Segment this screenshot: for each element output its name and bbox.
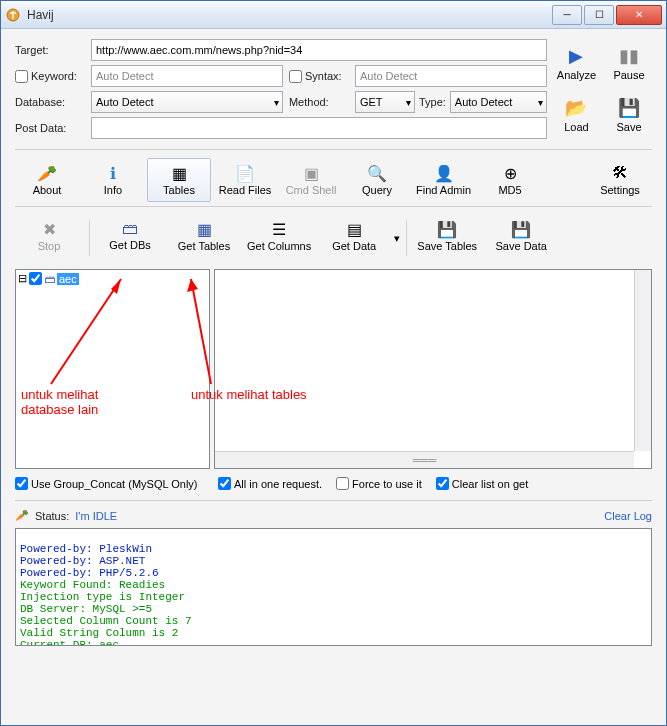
info-icon: ℹ bbox=[110, 164, 116, 182]
method-combo[interactable] bbox=[355, 91, 415, 113]
clearlist-checkbox[interactable]: Clear list on get bbox=[436, 477, 528, 490]
savetables-button[interactable]: 💾Save Tables bbox=[413, 217, 481, 259]
target-label: Target: bbox=[15, 44, 85, 56]
window-controls: ─ ☐ ✕ bbox=[552, 5, 662, 25]
columns-icon: ☰ bbox=[272, 220, 286, 239]
tab-about[interactable]: 🥕About bbox=[15, 158, 79, 202]
postdata-input[interactable] bbox=[91, 117, 547, 139]
pause-button[interactable]: ▮▮ Pause bbox=[606, 43, 652, 83]
query-icon: 🔍 bbox=[367, 164, 387, 182]
postdata-label: Post Data: bbox=[15, 122, 85, 134]
maximize-button[interactable]: ☐ bbox=[584, 5, 614, 25]
panels: ⊟ 🗃 aec ═══ bbox=[15, 269, 652, 469]
tree-checkbox[interactable] bbox=[29, 272, 42, 285]
close-button[interactable]: ✕ bbox=[616, 5, 662, 25]
keyword-input[interactable] bbox=[91, 65, 283, 87]
data-icon: ▤ bbox=[347, 220, 362, 239]
app-icon bbox=[5, 7, 21, 23]
tab-query[interactable]: 🔍Query bbox=[345, 158, 409, 202]
stop-icon: ✖ bbox=[43, 220, 56, 239]
content-area: Target: ▶ Analyze ▮▮ Pause Keyword: Synt… bbox=[1, 29, 666, 725]
db-tree[interactable]: ⊟ 🗃 aec bbox=[15, 269, 210, 469]
gettables-button[interactable]: ▦Get Tables bbox=[170, 217, 238, 259]
getdata-button[interactable]: ▤Get Data bbox=[320, 217, 388, 259]
target-input[interactable] bbox=[91, 39, 547, 61]
save-button[interactable]: 💾 Save bbox=[606, 95, 652, 135]
syntax-checkbox[interactable]: Syntax: bbox=[289, 70, 349, 83]
log-line: Powered-by: PleskWin bbox=[20, 543, 152, 555]
minimize-button[interactable]: ─ bbox=[552, 5, 582, 25]
savedata-button[interactable]: 💾Save Data bbox=[487, 217, 555, 259]
log-line: Selected Column Count is 7 bbox=[20, 615, 192, 627]
tab-cmdshell[interactable]: ▣Cmd Shell bbox=[279, 158, 343, 202]
main-toolbar: 🥕About ℹInfo ▦Tables 📄Read Files ▣Cmd Sh… bbox=[15, 156, 652, 207]
database-combo[interactable] bbox=[91, 91, 283, 113]
file-icon: 📄 bbox=[235, 164, 255, 182]
db-icon: 🗃 bbox=[122, 220, 138, 238]
method-label: Method: bbox=[289, 96, 349, 108]
database-label: Database: bbox=[15, 96, 85, 108]
table-action-bar: ✖Stop 🗃Get DBs ▦Get Tables ☰Get Columns … bbox=[15, 211, 652, 265]
dropdown-arrow-icon[interactable]: ▾ bbox=[394, 232, 400, 245]
log-line: Valid String Column is 2 bbox=[20, 627, 178, 639]
result-panel[interactable]: ═══ bbox=[214, 269, 652, 469]
carrot-icon: 🥕 bbox=[37, 164, 57, 182]
md5-icon: ⊕ bbox=[504, 164, 517, 182]
tab-info[interactable]: ℹInfo bbox=[81, 158, 145, 202]
tab-settings[interactable]: 🛠Settings bbox=[588, 158, 652, 202]
force-checkbox[interactable]: Force to use it bbox=[336, 477, 422, 490]
log-line: Injection type is Integer bbox=[20, 591, 185, 603]
log-line: Powered-by: ASP.NET bbox=[20, 555, 145, 567]
tables-icon: ▦ bbox=[172, 164, 187, 182]
groupconcat-checkbox[interactable]: Use Group_Concat (MySQL Only) bbox=[15, 477, 210, 490]
tab-md5[interactable]: ⊕MD5 bbox=[478, 158, 542, 202]
play-icon: ▶ bbox=[569, 45, 583, 67]
log-line: DB Server: MySQL >=5 bbox=[20, 603, 152, 615]
tab-tables[interactable]: ▦Tables bbox=[147, 158, 211, 202]
terminal-icon: ▣ bbox=[304, 164, 319, 182]
tab-readfiles[interactable]: 📄Read Files bbox=[213, 158, 277, 202]
app-window: Havij ─ ☐ ✕ Target: ▶ Analyze ▮▮ Pause K… bbox=[0, 0, 667, 726]
carrot-icon: 🥕 bbox=[15, 509, 29, 522]
getdbs-button[interactable]: 🗃Get DBs bbox=[96, 217, 164, 259]
target-panel: Target: ▶ Analyze ▮▮ Pause Keyword: Synt… bbox=[15, 39, 652, 143]
log-panel[interactable]: Powered-by: PleskWin Powered-by: ASP.NET… bbox=[15, 528, 652, 646]
options-row: Use Group_Concat (MySQL Only) All in one… bbox=[15, 473, 652, 494]
tree-row[interactable]: ⊟ 🗃 aec bbox=[18, 272, 207, 285]
db-icon: 🗃 bbox=[44, 273, 55, 285]
save-icon: 💾 bbox=[511, 220, 531, 239]
analyze-button[interactable]: ▶ Analyze bbox=[553, 43, 600, 83]
folder-icon: 📂 bbox=[565, 97, 587, 119]
status-row: 🥕 Status: I'm IDLE Clear Log bbox=[15, 507, 652, 524]
tree-expander-icon[interactable]: ⊟ bbox=[18, 272, 27, 285]
tree-db-name[interactable]: aec bbox=[57, 273, 79, 285]
log-line: Current DB: aec bbox=[20, 639, 119, 646]
separator bbox=[15, 149, 652, 150]
settings-icon: 🛠 bbox=[612, 164, 628, 182]
titlebar[interactable]: Havij ─ ☐ ✕ bbox=[1, 1, 666, 29]
save-icon: 💾 bbox=[437, 220, 457, 239]
separator bbox=[15, 500, 652, 501]
status-value: I'm IDLE bbox=[75, 510, 117, 522]
type-label: Type: bbox=[419, 96, 446, 108]
getcolumns-button[interactable]: ☰Get Columns bbox=[244, 217, 314, 259]
admin-icon: 👤 bbox=[434, 164, 454, 182]
allinone-checkbox[interactable]: All in one request. bbox=[218, 477, 322, 490]
load-button[interactable]: 📂 Load bbox=[553, 95, 600, 135]
save-icon: 💾 bbox=[618, 97, 640, 119]
pause-icon: ▮▮ bbox=[619, 45, 639, 67]
table-icon: ▦ bbox=[197, 220, 212, 239]
log-line: Keyword Found: Readies bbox=[20, 579, 165, 591]
clearlog-link[interactable]: Clear Log bbox=[604, 510, 652, 522]
syntax-input[interactable] bbox=[355, 65, 547, 87]
tab-findadmin[interactable]: 👤Find Admin bbox=[411, 158, 476, 202]
horizontal-scrollbar[interactable]: ═══ bbox=[215, 451, 634, 468]
window-title: Havij bbox=[27, 8, 552, 22]
status-label: Status: bbox=[35, 510, 69, 522]
log-line: Powered-by: PHP/5.2.6 bbox=[20, 567, 159, 579]
type-combo[interactable] bbox=[450, 91, 547, 113]
stop-button[interactable]: ✖Stop bbox=[15, 217, 83, 259]
vertical-scrollbar[interactable] bbox=[634, 270, 651, 451]
keyword-checkbox[interactable]: Keyword: bbox=[15, 70, 85, 83]
